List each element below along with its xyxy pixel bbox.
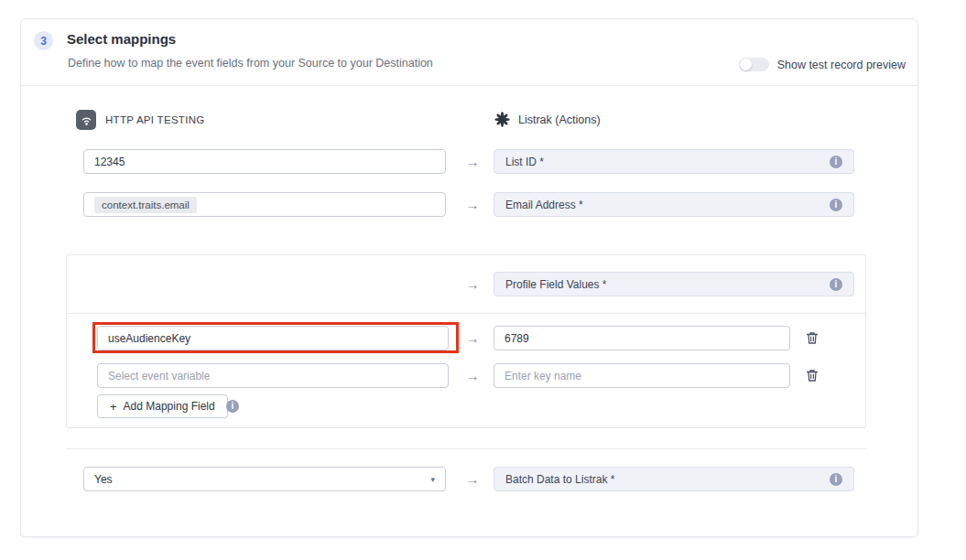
destination-name: Listrak (Actions) xyxy=(518,113,601,126)
destination-field-label: List ID * xyxy=(505,156,544,168)
arrow-icon: → xyxy=(459,471,486,487)
source-header: HTTP API TESTING xyxy=(76,110,205,130)
page-subtitle: Define how to map the event fields from … xyxy=(68,57,433,70)
http-api-source-icon xyxy=(76,110,96,130)
destination-field-label: Batch Data to Listrak * xyxy=(505,473,614,486)
test-record-preview-toggle-group: Show test record preview xyxy=(739,58,906,71)
show-test-record-preview-toggle[interactable] xyxy=(739,58,769,71)
profile-mapping-1-key-input[interactable] xyxy=(494,326,790,350)
event-variable-token: context.traits.email xyxy=(94,197,197,213)
info-icon[interactable]: i xyxy=(830,473,842,486)
arrow-icon: → xyxy=(459,154,486,169)
profile-mapping-2-source-input[interactable] xyxy=(97,363,449,388)
plus-icon: + xyxy=(110,400,117,414)
destination-field-label: Email Address * xyxy=(505,199,583,211)
destination-header: Listrak (Actions) xyxy=(494,112,601,127)
list-id-destination-field: List ID * i xyxy=(494,149,854,174)
email-destination-field: Email Address * i xyxy=(494,192,854,217)
profile-mapping-1-source-input[interactable] xyxy=(97,326,449,350)
delete-mapping-2-button[interactable] xyxy=(803,366,821,384)
add-mapping-field-button[interactable]: + Add Mapping Field xyxy=(97,394,228,418)
list-id-source-input[interactable] xyxy=(83,149,446,174)
toggle-label: Show test record preview xyxy=(777,59,906,71)
toggle-knob xyxy=(740,59,752,70)
trash-icon xyxy=(806,331,819,345)
info-icon[interactable]: i xyxy=(830,199,842,211)
select-mappings-card: 3 Select mappings Define how to map the … xyxy=(20,18,918,537)
profile-mapping-2-key-input[interactable] xyxy=(494,363,790,388)
arrow-icon: → xyxy=(459,330,486,346)
chevron-down-icon: ▾ xyxy=(430,475,435,484)
info-icon[interactable]: i xyxy=(830,156,842,168)
group-divider xyxy=(66,313,866,314)
arrow-icon: → xyxy=(459,368,486,383)
info-icon[interactable]: i xyxy=(830,278,842,291)
email-source-input[interactable]: context.traits.email xyxy=(83,192,446,217)
batch-source-select[interactable]: Yes ▾ xyxy=(83,467,446,491)
section-divider xyxy=(66,448,866,449)
profile-field-values-destination-field: Profile Field Values * i xyxy=(494,272,854,296)
arrow-icon: → xyxy=(459,197,486,212)
source-name: HTTP API TESTING xyxy=(105,114,205,125)
arrow-icon: → xyxy=(459,276,486,292)
select-value: Yes xyxy=(94,473,113,486)
page-title: Select mappings xyxy=(67,31,176,47)
listrak-asterisk-icon xyxy=(494,112,510,127)
add-mapping-field-label: Add Mapping Field xyxy=(124,400,215,413)
destination-field-label: Profile Field Values * xyxy=(505,278,607,291)
header-divider xyxy=(21,85,917,86)
delete-mapping-1-button[interactable] xyxy=(803,328,821,347)
batch-destination-field: Batch Data to Listrak * i xyxy=(494,467,854,491)
step-number-badge: 3 xyxy=(34,31,53,50)
page: 3 Select mappings Define how to map the … xyxy=(0,0,966,560)
trash-icon xyxy=(806,369,819,382)
info-icon[interactable]: i xyxy=(226,400,239,413)
